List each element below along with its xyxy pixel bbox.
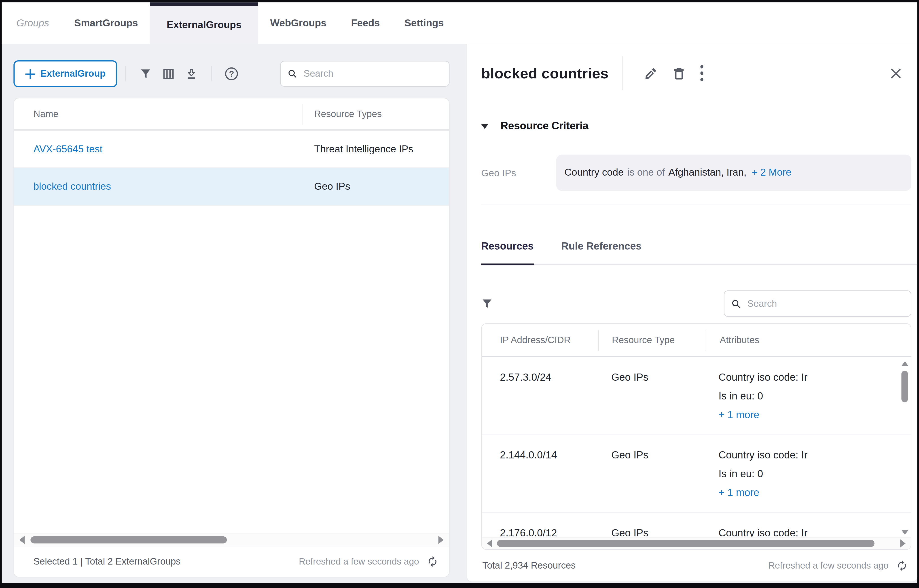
column-header-name[interactable]: Name: [14, 108, 302, 119]
column-header-resource-types[interactable]: Resource Types: [303, 108, 449, 119]
resources-toolbar: [481, 291, 911, 317]
resource-ip: 2.176.0.0/12: [482, 527, 598, 537]
delete-button[interactable]: [673, 66, 686, 80]
toolbar-divider: [125, 66, 126, 81]
tab-resources[interactable]: Resources: [481, 240, 534, 265]
resources-footer: Total 2,934 Resources Refreshed a few se…: [467, 550, 917, 582]
scroll-up-arrow[interactable]: [901, 361, 908, 366]
scroll-right-arrow[interactable]: [900, 539, 906, 548]
resource-type: Geo IPs: [598, 527, 705, 537]
tab-webgroups[interactable]: WebGroups: [258, 2, 339, 44]
close-drawer-button[interactable]: [889, 66, 903, 80]
table-row[interactable]: 2.144.0.0/14 Geo IPs Country iso code: I…: [482, 435, 911, 513]
scroll-left-arrow[interactable]: [19, 536, 24, 544]
resource-type: Geo IPs: [598, 371, 705, 428]
table-row[interactable]: 2.57.3.0/24 Geo IPs Country iso code: Ir…: [482, 357, 911, 435]
scroll-right-arrow[interactable]: [438, 536, 444, 544]
tab-feeds[interactable]: Feeds: [339, 2, 392, 44]
toolbar-divider: [211, 66, 212, 81]
funnel-icon: [481, 297, 493, 310]
table-empty-space: [14, 205, 449, 533]
externalgroup-resource-types: Threat Intelligence IPs: [303, 143, 449, 155]
detail-header: blocked countries: [467, 44, 917, 99]
refresh-button[interactable]: [426, 556, 438, 567]
externalgroups-footer: Selected 1 | Total 2 ExternalGroups Refr…: [14, 546, 449, 577]
criteria-operator: is one of: [627, 167, 665, 179]
tab-smartgroups[interactable]: SmartGroups: [62, 2, 150, 44]
column-header-ip[interactable]: IP Address/CIDR: [482, 334, 598, 345]
vertical-scrollbar: [901, 361, 908, 535]
criteria-more-link[interactable]: + 2 More: [752, 167, 791, 179]
resources-table-card: IP Address/CIDR Resource Type Attributes…: [481, 323, 911, 550]
search-icon: [731, 299, 741, 308]
resources-search: [724, 291, 911, 317]
edit-button[interactable]: [645, 67, 658, 80]
close-icon: [889, 66, 903, 80]
selection-summary: Selected 1 | Total 2 ExternalGroups: [33, 556, 180, 567]
criteria-row-label: Geo IPs: [481, 167, 556, 178]
table-row[interactable]: 2.176.0.0/12 Geo IPs Country iso code: I…: [482, 513, 911, 537]
resource-criteria-section: Resource Criteria Geo IPs Country code i…: [467, 99, 917, 191]
download-icon: [185, 67, 198, 80]
resources-table-body: 2.57.3.0/24 Geo IPs Country iso code: Ir…: [482, 357, 911, 537]
externalgroups-table-card: Name Resource Types AVX-65645 test Threa…: [13, 98, 449, 577]
add-externalgroup-label: ExternalGroup: [41, 69, 105, 79]
attributes-more-link[interactable]: + 1 more: [719, 409, 759, 421]
tabbar: Groups SmartGroups ExternalGroups WebGro…: [2, 2, 917, 44]
columns-button[interactable]: [162, 68, 175, 80]
tab-rule-references[interactable]: Rule References: [561, 240, 642, 264]
tabbar-context-label: Groups: [2, 2, 62, 44]
kebab-vertical-icon: [700, 65, 703, 81]
filter-button[interactable]: [139, 67, 152, 80]
scroll-left-arrow[interactable]: [487, 539, 493, 548]
header-divider: [623, 56, 623, 90]
app-frame: Groups SmartGroups ExternalGroups WebGro…: [0, 0, 919, 588]
tab-externalgroups[interactable]: ExternalGroups: [150, 2, 258, 44]
search-icon: [288, 69, 297, 78]
add-externalgroup-button[interactable]: ExternalGroup: [13, 60, 117, 87]
externalgroup-name-link[interactable]: blocked countries: [33, 181, 111, 192]
attributes-more-link[interactable]: + 1 more: [719, 486, 759, 499]
criteria-values: Afghanistan, Iran,: [668, 167, 746, 179]
resource-criteria-heading: Resource Criteria: [501, 120, 588, 132]
externalgroup-detail-drawer: blocked countries: [467, 44, 917, 582]
resource-attribute: Is in eu: 0: [719, 468, 911, 480]
externalgroups-table-header: Name Resource Types: [14, 98, 449, 131]
table-row[interactable]: AVX-65645 test Threat Intelligence IPs: [14, 131, 449, 168]
help-icon: ?: [225, 67, 238, 80]
externalgroup-name-link[interactable]: AVX-65645 test: [33, 143, 102, 154]
refresh-icon: [426, 556, 438, 567]
more-actions-button[interactable]: [700, 65, 703, 81]
externalgroups-search: [280, 61, 450, 87]
refreshed-status: Refreshed a few seconds ago: [299, 556, 419, 567]
criteria-expression: Country code is one of Afghanistan, Iran…: [556, 155, 911, 191]
tab-settings[interactable]: Settings: [392, 2, 456, 44]
column-header-resource-type[interactable]: Resource Type: [599, 334, 706, 345]
collapse-caret-icon[interactable]: [481, 124, 488, 128]
horizontal-scrollbar-thumb[interactable]: [31, 536, 227, 543]
resources-table-header: IP Address/CIDR Resource Type Attributes: [482, 324, 911, 357]
resources-search-input[interactable]: [746, 298, 904, 309]
refreshed-status: Refreshed a few seconds ago: [768, 560, 888, 571]
table-row[interactable]: blocked countries Geo IPs: [14, 168, 449, 205]
plus-icon: [25, 69, 35, 79]
refresh-icon: [896, 560, 908, 572]
resource-attribute: Is in eu: 0: [719, 390, 911, 402]
detail-title: blocked countries: [481, 65, 609, 82]
download-button[interactable]: [185, 67, 198, 80]
vertical-scrollbar-thumb[interactable]: [901, 371, 908, 402]
resource-ip: 2.144.0.0/14: [482, 449, 598, 506]
pencil-icon: [645, 67, 658, 80]
resource-attribute: Country iso code: Ir: [719, 449, 911, 461]
resources-filter-button[interactable]: [481, 297, 493, 310]
content-area: ExternalGroup: [2, 44, 917, 583]
horizontal-scrollbar: [14, 533, 449, 546]
help-button[interactable]: ?: [225, 67, 238, 80]
scroll-down-arrow[interactable]: [901, 530, 908, 535]
resource-ip: 2.57.3.0/24: [482, 371, 598, 428]
refresh-button[interactable]: [896, 560, 908, 572]
column-header-attributes[interactable]: Attributes: [707, 334, 911, 345]
total-summary: Total 2,934 Resources: [482, 560, 575, 571]
externalgroups-search-input[interactable]: [303, 68, 442, 79]
horizontal-scrollbar-thumb[interactable]: [497, 540, 875, 547]
